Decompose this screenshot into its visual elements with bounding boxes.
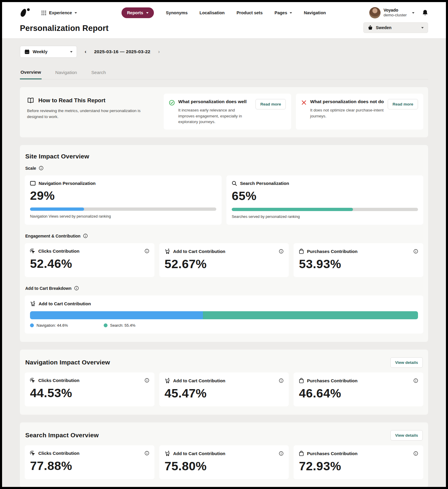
user-menu[interactable]: Voyado demo-cluster bbox=[369, 7, 414, 18]
period-select-value: Weekly bbox=[33, 49, 67, 54]
nav-item-localisation[interactable]: Localisation bbox=[200, 10, 225, 15]
legend-navigation-label: Navigation: 44.6% bbox=[37, 323, 68, 328]
nav-item-reports[interactable]: Reports bbox=[122, 7, 154, 18]
metric-value: 53.93% bbox=[299, 257, 418, 271]
read-more-button[interactable]: Read more bbox=[255, 99, 286, 109]
app-switcher-label: Experience bbox=[49, 10, 72, 15]
purchases-contribution-card: Purchases Contribution 46.64% bbox=[294, 372, 423, 406]
user-name: Voyado bbox=[384, 8, 407, 13]
info-icon[interactable] bbox=[74, 286, 79, 290]
how-to-desc: Before reviewing the metrics, understand… bbox=[27, 108, 146, 120]
read-more-button[interactable]: Read more bbox=[388, 99, 418, 109]
legend-search: Search: 55.4% bbox=[104, 323, 135, 328]
cart-plus-icon bbox=[165, 378, 170, 383]
metric-value: 44.53% bbox=[30, 386, 149, 400]
nav-item-pages[interactable]: Pages bbox=[275, 10, 292, 15]
app-switcher[interactable]: Experience bbox=[41, 10, 77, 15]
card-title: Search Personalization bbox=[240, 181, 289, 186]
stacked-bar-search-segment bbox=[203, 311, 418, 319]
nav-item-synonyms[interactable]: Synonyms bbox=[166, 10, 187, 15]
notifications-bell-icon[interactable] bbox=[422, 10, 428, 16]
shopping-bag-icon bbox=[299, 378, 304, 383]
voyado-logo bbox=[20, 7, 33, 19]
prev-period-button[interactable]: ‹ bbox=[85, 49, 86, 55]
chevron-down-icon bbox=[70, 51, 72, 53]
search-impact-title: Search Impact Overview bbox=[25, 432, 99, 439]
info-icon[interactable] bbox=[414, 249, 418, 254]
metric-value: 65% bbox=[232, 189, 418, 203]
main-nav: Reports Synonyms Localisation Product se… bbox=[122, 7, 326, 18]
metric-value: 52.46% bbox=[30, 257, 149, 271]
card-title: Add to Cart Contribution bbox=[173, 249, 225, 254]
view-details-button[interactable]: View details bbox=[390, 357, 423, 368]
chevron-down-icon bbox=[290, 12, 292, 14]
card-title: Add to Cart Contribution bbox=[173, 378, 225, 383]
info-icon[interactable] bbox=[145, 378, 149, 383]
card-title: Purchases Contribution bbox=[307, 249, 357, 254]
card-title: Purchases Contribution bbox=[307, 451, 357, 456]
does-well-title: What personalization does well bbox=[178, 99, 252, 104]
info-icon[interactable] bbox=[145, 249, 149, 253]
clicks-contribution-card: Clicks Contribution 52.46% bbox=[25, 243, 154, 277]
nav-item-navigation[interactable]: Navigation bbox=[304, 10, 326, 15]
card-title: Clicks Contribution bbox=[38, 378, 79, 383]
progress-fill bbox=[232, 208, 353, 211]
navigation-personalization-card: Navigation Personalization 29% Navigatio… bbox=[25, 175, 222, 225]
chevron-down-icon bbox=[146, 12, 149, 14]
chevron-down-icon bbox=[412, 12, 414, 14]
legend-search-label: Search: 55.4% bbox=[110, 323, 135, 328]
how-to-read-panel: How to Read This Report Before reviewing… bbox=[20, 87, 428, 137]
cursor-click-icon bbox=[30, 451, 35, 456]
card-title: Add to Cart Contribution bbox=[39, 301, 91, 306]
info-icon[interactable] bbox=[279, 249, 283, 254]
stacked-bar bbox=[30, 311, 418, 319]
card-title: Purchases Contribution bbox=[307, 378, 357, 383]
cursor-click-icon bbox=[30, 249, 35, 254]
info-icon[interactable] bbox=[279, 451, 283, 456]
tab-search[interactable]: Search bbox=[91, 67, 106, 79]
breakdown-label: Add to Cart Breakdown bbox=[25, 286, 72, 291]
progress-track bbox=[232, 208, 418, 211]
info-icon[interactable] bbox=[279, 378, 283, 383]
progress-fill bbox=[30, 207, 84, 211]
period-select[interactable]: Weekly bbox=[20, 46, 77, 58]
progress-track bbox=[30, 207, 216, 211]
report-tabs: Overview Navigation Search bbox=[20, 67, 428, 79]
purchases-contribution-card: Purchases Contribution 53.93% bbox=[294, 243, 423, 277]
does-well-card: What personalization does well It increa… bbox=[164, 94, 291, 130]
main-content: Weekly ‹ 2025-03-16 — 2025-03-22 › Overv… bbox=[2, 39, 446, 487]
chevron-down-icon bbox=[75, 12, 77, 14]
clicks-contribution-card: Clicks Contribution 44.53% bbox=[25, 372, 154, 406]
info-icon[interactable] bbox=[414, 378, 418, 383]
nav-item-product-sets[interactable]: Product sets bbox=[236, 10, 263, 15]
stacked-bar-navigation-segment bbox=[30, 311, 203, 319]
info-icon[interactable] bbox=[39, 166, 43, 170]
search-impact-panel: Search Impact Overview View details Cl bbox=[20, 422, 428, 487]
card-caption: Searches served by personalized ranking bbox=[232, 215, 418, 219]
legend-dot-blue bbox=[30, 323, 34, 327]
market-select[interactable]: Sweden bbox=[363, 22, 428, 33]
open-book-icon bbox=[27, 98, 34, 103]
shopping-bag-icon bbox=[299, 451, 304, 456]
info-icon[interactable] bbox=[414, 451, 418, 456]
tab-navigation[interactable]: Navigation bbox=[55, 67, 78, 79]
next-period-button[interactable]: › bbox=[158, 49, 160, 55]
avatar bbox=[369, 7, 381, 18]
page-title: Personalization Report bbox=[20, 24, 108, 33]
view-details-button[interactable]: View details bbox=[390, 430, 423, 441]
date-range: 2025-03-16 — 2025-03-22 bbox=[94, 49, 151, 54]
does-not-do-title: What personalization does not do bbox=[310, 99, 384, 104]
nav-item-pages-label: Pages bbox=[275, 10, 287, 15]
tab-overview[interactable]: Overview bbox=[20, 67, 42, 79]
browser-window-icon bbox=[30, 181, 36, 186]
card-title: Navigation Personalization bbox=[39, 181, 96, 186]
navigation-impact-title: Navigation Impact Overview bbox=[25, 359, 110, 366]
metric-value: 46.64% bbox=[299, 386, 418, 400]
add-to-cart-contribution-card: Add to Cart Contribution 75.80% bbox=[159, 445, 289, 479]
cart-plus-icon bbox=[165, 249, 170, 254]
info-icon[interactable] bbox=[145, 451, 149, 455]
cursor-click-icon bbox=[30, 378, 35, 383]
legend-navigation: Navigation: 44.6% bbox=[30, 323, 68, 328]
info-icon[interactable] bbox=[83, 234, 88, 238]
cart-plus-icon bbox=[30, 301, 36, 306]
